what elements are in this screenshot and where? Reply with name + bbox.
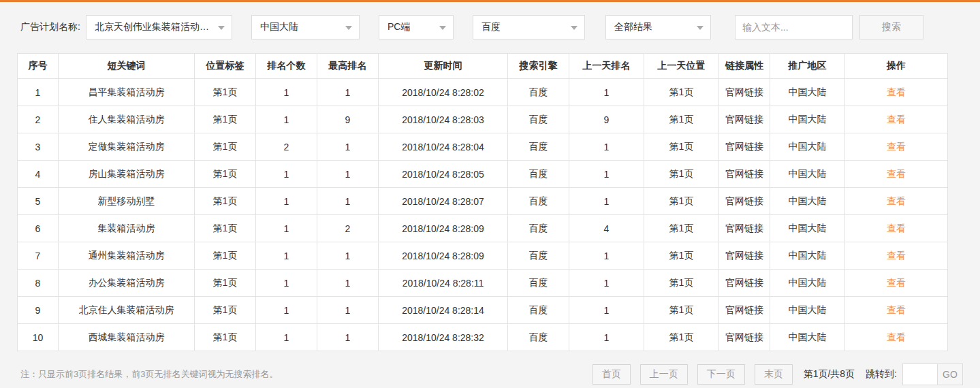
table-cell-action: 查看 xyxy=(845,79,948,106)
view-link[interactable]: 查看 xyxy=(887,141,906,152)
table-row: 9北京住人集装箱活动房第1页112018/10/24 8:28:14百度1第1页… xyxy=(18,297,948,324)
chevron-down-icon xyxy=(439,26,446,30)
table-cell: 第1页 xyxy=(195,215,256,242)
last-page-button[interactable]: 末页 xyxy=(755,364,793,385)
table-cell: 4 xyxy=(18,161,59,188)
table-cell: 9 xyxy=(569,106,644,133)
table-cell: 1 xyxy=(317,161,379,188)
table-cell: 1 xyxy=(317,188,379,215)
table-cell: 官网链接 xyxy=(719,79,770,106)
keyword-search-input[interactable] xyxy=(735,15,853,39)
table-cell: 百度 xyxy=(508,79,569,106)
view-link[interactable]: 查看 xyxy=(887,195,906,206)
result-scope-select[interactable]: 全部结果 xyxy=(605,15,711,39)
table-cell: 6 xyxy=(18,215,59,242)
table-cell: 中国大陆 xyxy=(770,270,845,297)
table-cell: 1 xyxy=(569,270,644,297)
chevron-down-icon xyxy=(697,26,704,30)
table-cell: 2018/10/24 8:28:07 xyxy=(379,188,508,215)
table-cell: 7 xyxy=(18,242,59,270)
table-cell: 新型移动别墅 xyxy=(59,188,195,215)
search-button[interactable]: 搜索 xyxy=(859,15,923,39)
table-cell: 1 xyxy=(256,297,317,324)
view-link[interactable]: 查看 xyxy=(887,277,906,288)
table-row: 5新型移动别墅第1页112018/10/24 8:28:07百度1第1页官网链接… xyxy=(18,188,948,215)
table-cell: 1 xyxy=(569,161,644,188)
table-cell: 官网链接 xyxy=(719,242,770,270)
table-row: 4房山集装箱活动房第1页112018/10/24 8:28:05百度1第1页官网… xyxy=(18,161,948,188)
view-link[interactable]: 查看 xyxy=(887,250,906,261)
table-cell-action: 查看 xyxy=(845,324,948,351)
jump-page-input[interactable] xyxy=(902,363,938,385)
go-button[interactable]: GO xyxy=(937,363,963,385)
table-cell: 第1页 xyxy=(644,161,719,188)
column-header: 最高排名 xyxy=(317,54,379,79)
next-page-button[interactable]: 下一页 xyxy=(697,364,745,385)
table-cell: 1 xyxy=(317,242,379,270)
column-header: 链接属性 xyxy=(719,54,770,79)
view-link[interactable]: 查看 xyxy=(887,168,906,179)
view-link[interactable]: 查看 xyxy=(887,223,906,233)
table-cell: 集装箱活动房 xyxy=(59,215,195,242)
device-select[interactable]: PC端 xyxy=(379,15,454,39)
table-cell-action: 查看 xyxy=(845,270,948,297)
table-cell: 1 xyxy=(317,324,379,351)
table-cell: 中国大陆 xyxy=(770,297,845,324)
table-cell: 百度 xyxy=(508,188,569,215)
table-cell: 中国大陆 xyxy=(770,106,845,133)
keyword-ranking-table: 序号短关键词位置标签排名个数最高排名更新时间搜索引擎上一天排名上一天位置链接属性… xyxy=(17,53,948,351)
table-cell: 中国大陆 xyxy=(770,133,845,161)
column-header: 短关键词 xyxy=(59,54,195,79)
table-cell-action: 查看 xyxy=(845,133,948,161)
table-cell: 第1页 xyxy=(195,161,256,188)
table-cell: 官网链接 xyxy=(719,297,770,324)
table-cell: 1 xyxy=(256,242,317,270)
table-cell: 1 xyxy=(256,79,317,106)
search-engine-select[interactable]: 百度 xyxy=(473,15,585,39)
table-cell-action: 查看 xyxy=(845,242,948,270)
table-cell: 房山集装箱活动房 xyxy=(59,161,195,188)
table-cell: 1 xyxy=(569,242,644,270)
region-select[interactable]: 中国大陆 xyxy=(251,15,360,39)
table-cell: 百度 xyxy=(508,270,569,297)
table-cell-action: 查看 xyxy=(845,106,948,133)
table-cell: 第1页 xyxy=(195,188,256,215)
plan-select-value: 北京天创伟业集装箱活动房有... xyxy=(95,21,214,33)
table-cell: 昌平集装箱活动房 xyxy=(59,79,195,106)
table-cell: 官网链接 xyxy=(719,270,770,297)
view-link[interactable]: 查看 xyxy=(887,114,906,125)
table-cell: 9 xyxy=(18,297,59,324)
column-header: 推广地区 xyxy=(770,54,845,79)
table-cell: 1 xyxy=(569,324,644,351)
table-cell: 3 xyxy=(18,133,59,161)
footnote: 注：只显示前3页排名结果，前3页无排名关键词视为无搜索排名。 xyxy=(20,368,278,381)
column-header: 操作 xyxy=(845,54,948,79)
table-cell: 通州集装箱活动房 xyxy=(59,242,195,270)
table-cell: 1 xyxy=(317,79,379,106)
plan-select[interactable]: 北京天创伟业集装箱活动房有... xyxy=(86,15,232,39)
table-cell: 2018/10/24 8:28:14 xyxy=(379,297,508,324)
table-cell: 2018/10/24 8:28:03 xyxy=(379,106,508,133)
first-page-button[interactable]: 首页 xyxy=(592,364,631,385)
table-cell: 中国大陆 xyxy=(770,188,845,215)
prev-page-button[interactable]: 上一页 xyxy=(640,364,688,385)
table-row: 1昌平集装箱活动房第1页112018/10/24 8:28:02百度1第1页官网… xyxy=(18,79,948,106)
view-link[interactable]: 查看 xyxy=(887,332,906,342)
chevron-down-icon xyxy=(571,26,578,30)
view-link[interactable]: 查看 xyxy=(887,86,906,97)
table-cell: 百度 xyxy=(508,242,569,270)
chevron-down-icon xyxy=(345,26,352,30)
table-cell: 1 xyxy=(18,79,59,106)
page-info: 第1页/共8页 xyxy=(804,368,855,381)
view-link[interactable]: 查看 xyxy=(887,304,906,315)
table-cell: 2018/10/24 8:28:05 xyxy=(379,161,508,188)
column-header: 位置标签 xyxy=(195,54,256,79)
table-cell: 百度 xyxy=(508,106,569,133)
column-header: 序号 xyxy=(18,54,59,79)
table-cell: 中国大陆 xyxy=(770,242,845,270)
table-row: 6集装箱活动房第1页122018/10/24 8:28:09百度4第1页官网链接… xyxy=(18,215,948,242)
table-cell: 4 xyxy=(569,215,644,242)
table-cell: 定做集装箱活动房 xyxy=(59,133,195,161)
table-cell: 2018/10/24 8:28:11 xyxy=(379,270,508,297)
table-cell: 2018/10/24 8:28:02 xyxy=(379,79,508,106)
